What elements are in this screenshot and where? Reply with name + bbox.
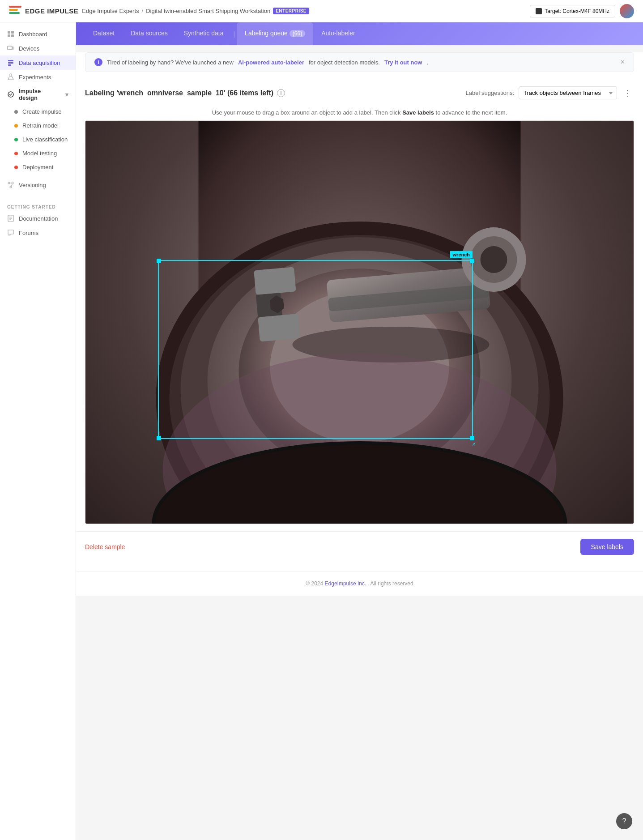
save-labels-button[interactable]: Save labels <box>580 539 634 555</box>
sidebar-item-forums[interactable]: Forums <box>0 226 76 240</box>
top-bar-left: EDGE IMPULSE Edge Impulse Experts / Digi… <box>9 6 309 17</box>
svg-rect-1 <box>11 31 14 34</box>
tab-data-sources[interactable]: Data sources <box>123 22 175 45</box>
bbox-handle-topright[interactable] <box>470 259 474 263</box>
label-suggestions: Label suggestions: Track objects between… <box>466 86 634 99</box>
labeling-queue-badge: (66) <box>290 30 305 37</box>
banner-text-after: for object detection models. <box>309 59 380 66</box>
impulse-design-icon <box>7 91 14 98</box>
getting-started-section: GETTING STARTED Documentation Forums <box>0 199 76 240</box>
forums-icon <box>7 229 14 236</box>
dashboard-icon <box>7 30 14 38</box>
top-bar-right: Target: Cortex-M4F 80MHz <box>530 4 634 18</box>
info-icon: i <box>94 58 102 66</box>
svg-rect-6 <box>8 60 13 61</box>
breadcrumb-project[interactable]: Digital twin-enabled Smart Shipping Work… <box>146 8 270 14</box>
hint-bold: Save labels <box>402 109 434 116</box>
tab-labeling-queue[interactable]: Labeling queue (66) <box>237 22 313 45</box>
app-container: EDGE IMPULSE Edge Impulse Experts / Digi… <box>0 0 643 840</box>
svg-rect-4 <box>8 46 12 50</box>
svg-rect-9 <box>10 74 12 77</box>
sidebar-item-live-classification[interactable]: Live classification <box>0 132 76 146</box>
svg-rect-5 <box>13 47 14 49</box>
banner-text-dot: . <box>426 59 428 66</box>
enterprise-badge: ENTERPRISE <box>273 8 309 14</box>
bottom-actions: Delete sample Save labels <box>76 531 643 562</box>
sidebar-label-forums: Forums <box>19 230 38 236</box>
target-button[interactable]: Target: Cortex-M4F 80MHz <box>530 5 615 17</box>
bbox-handle-bottomleft[interactable] <box>157 436 161 440</box>
create-impulse-dot <box>14 110 18 114</box>
banner-text-before: Tired of labeling by hand? We've launche… <box>107 59 234 66</box>
sidebar-item-data-acquisition[interactable]: Data acquisition <box>0 55 76 70</box>
data-acquisition-icon <box>7 59 14 66</box>
labeling-header: Labeling 'wrench_omniverse_sample_10' (6… <box>76 79 643 105</box>
labeling-title: Labeling 'wrench_omniverse_sample_10' (6… <box>85 89 285 97</box>
bbox-handle-topleft[interactable] <box>157 259 161 263</box>
sidebar-label-create: Create impulse <box>22 108 61 115</box>
sidebar-item-impulse-design[interactable]: Impulse design ▾ <box>0 84 76 105</box>
sidebar-item-experiments[interactable]: Experiments <box>0 70 76 84</box>
content-inner: i Tired of labeling by hand? We've launc… <box>76 52 643 596</box>
help-button[interactable]: ? <box>616 813 632 829</box>
tab-synthetic-data[interactable]: Synthetic data <box>176 22 232 45</box>
auto-labeler-link[interactable]: AI-powered auto-labeler <box>238 59 304 66</box>
sidebar-label-docs: Documentation <box>19 215 58 222</box>
tab-dataset[interactable]: Dataset <box>85 22 123 45</box>
hint-text: Use your mouse to drag a box around an o… <box>76 105 643 120</box>
sidebar-label-impulse: Impulse design <box>19 88 61 101</box>
devices-icon <box>7 45 14 52</box>
sidebar-item-versioning[interactable]: Versioning <box>0 178 76 192</box>
logo-icon <box>9 6 21 17</box>
retrain-model-dot <box>14 124 18 128</box>
info-banner: i Tired of labeling by hand? We've launc… <box>85 52 634 72</box>
versioning-icon <box>7 181 14 188</box>
sidebar-label-deploy: Deployment <box>22 164 53 171</box>
tab-divider: | <box>233 30 235 38</box>
svg-rect-7 <box>8 62 13 64</box>
suggestions-label: Label suggestions: <box>466 90 514 96</box>
sidebar-label-experiments: Experiments <box>19 74 51 81</box>
footer-company-link[interactable]: EdgeImpulse Inc. <box>325 580 366 587</box>
target-icon <box>536 8 542 14</box>
bbox-handle-bottomright[interactable]: ↗ <box>470 436 474 440</box>
live-classification-dot <box>14 138 18 141</box>
sidebar-item-model-testing[interactable]: Model testing <box>0 146 76 160</box>
svg-rect-8 <box>8 64 11 66</box>
labeling-info-icon[interactable]: i <box>277 89 285 97</box>
sidebar-label-live: Live classification <box>22 136 68 143</box>
sidebar-label-versioning: Versioning <box>19 182 46 188</box>
sidebar-item-documentation[interactable]: Documentation <box>0 211 76 226</box>
wrench-image: wrench ↗ <box>85 121 634 524</box>
delete-sample-button[interactable]: Delete sample <box>85 543 125 550</box>
sidebar-item-create-impulse[interactable]: Create impulse <box>0 105 76 119</box>
model-testing-dot <box>14 152 18 155</box>
banner-close-button[interactable]: × <box>621 58 625 66</box>
main-layout: Dashboard Devices Data acquisition Exper… <box>0 22 643 840</box>
bounding-box[interactable]: wrench ↗ <box>158 260 473 439</box>
nav-tabs: Dataset Data sources Synthetic data | La… <box>76 22 643 45</box>
tab-auto-labeler[interactable]: Auto-labeler <box>313 22 363 45</box>
labeling-title-text: Labeling 'wrench_omniverse_sample_10' (6… <box>85 89 273 97</box>
sidebar-label-retrain: Retrain model <box>22 122 59 129</box>
target-label: Target: Cortex-M4F 80MHz <box>545 8 609 14</box>
svg-point-28 <box>481 246 507 273</box>
documentation-icon <box>7 215 14 222</box>
svg-point-12 <box>12 182 13 184</box>
hint-before: Use your mouse to drag a box around an o… <box>212 109 402 116</box>
try-now-link[interactable]: Try it out now <box>384 59 422 66</box>
suggestions-select[interactable]: Track objects between frames <box>519 86 617 99</box>
sidebar-item-devices[interactable]: Devices <box>0 41 76 55</box>
more-options-button[interactable]: ⋮ <box>622 87 634 99</box>
logo-area: EDGE IMPULSE <box>9 6 78 17</box>
svg-rect-2 <box>8 34 10 37</box>
sidebar-label-devices: Devices <box>19 45 39 52</box>
user-avatar[interactable] <box>620 4 634 18</box>
sidebar-item-retrain-model[interactable]: Retrain model <box>0 119 76 132</box>
svg-point-13 <box>10 186 12 188</box>
sidebar-item-deployment[interactable]: Deployment <box>0 160 76 174</box>
breadcrumb-experts[interactable]: Edge Impulse Experts <box>82 8 139 14</box>
image-canvas-wrapper[interactable]: wrench ↗ <box>85 120 634 524</box>
sidebar-item-dashboard[interactable]: Dashboard <box>0 27 76 41</box>
sidebar-label-dashboard: Dashboard <box>19 31 47 38</box>
